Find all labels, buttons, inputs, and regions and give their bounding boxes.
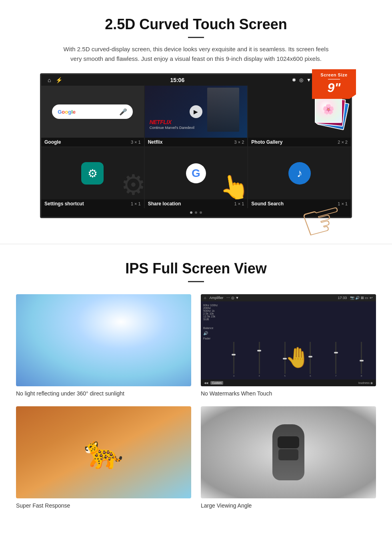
sound-app-name: Sound Search <box>251 201 284 207</box>
app-cell-google[interactable]: Google 🎤 Google 3 × 1 <box>41 86 144 147</box>
section1-title: 2.5D Curved Touch Screen <box>24 16 368 33</box>
sunlight-img <box>16 294 191 386</box>
sunlight-label: No light reflecting under 360° direct su… <box>16 390 191 397</box>
photo-label: Photo Gallery 2 × 2 <box>248 138 351 147</box>
status-left: ⌂ ⚡ <box>48 77 62 83</box>
share-label: Share location 1 × 1 <box>145 199 248 208</box>
amp-sliders: 3 4 <box>222 304 374 377</box>
netflix-cell-inner: ▶ NETFLIX Continue Marvel's Daredevil <box>145 86 248 138</box>
netflix-logo: NETFLIX <box>150 119 194 125</box>
photo-app-name: Photo Gallery <box>251 139 282 145</box>
share-app-size: 1 × 1 <box>234 201 244 206</box>
car-roof <box>278 449 298 460</box>
badge-size: 9" <box>316 81 352 94</box>
amp-balance-label: Balance <box>203 327 219 329</box>
google-app-size: 3 × 1 <box>131 140 141 145</box>
thumb-6 <box>360 360 364 361</box>
viewing-label: Large Viewing Angle <box>201 502 376 509</box>
amp-freq-label: 60hz 100hz 200hz 500hz 1k 2.5k 10k 12.5k… <box>203 304 219 321</box>
cheetah-img: 🐆 <box>16 406 191 498</box>
sound-cell-inner: ♪ <box>248 147 351 199</box>
app-cell-sound[interactable]: ♪ Sound Search 1 × 1 <box>248 147 351 208</box>
maps-g-icon: G <box>186 163 206 183</box>
app-cell-netflix[interactable]: ▶ NETFLIX Continue Marvel's Daredevil Ne… <box>145 86 248 147</box>
app-cell-share[interactable]: G 👆 Share location 1 × 1 <box>145 147 248 208</box>
status-time: 15:06 <box>170 77 184 83</box>
car-body <box>272 424 304 480</box>
netflix-bg <box>207 88 239 132</box>
amp-prev-icon: ◀◀ <box>204 381 208 385</box>
amp-title: ⌂ <box>204 296 206 300</box>
netflix-subtitle: Continue Marvel's Daredevil <box>150 126 194 130</box>
usb-icon: ⚡ <box>56 77 62 83</box>
settings-bg-icon: ⚙ <box>121 169 144 199</box>
thumb-2 <box>257 350 261 351</box>
status-bar: ⌂ ⚡ 15:06 ✱ ◎ ▼ 📷 🔊 ⊠ ▭ <box>41 74 351 86</box>
settings-icon: ⚙ <box>81 162 104 185</box>
screen-size-badge: Screen Size 9" <box>312 69 356 99</box>
amp-vol-icon: 🔊 <box>203 331 219 335</box>
sunlight-visual <box>16 294 191 386</box>
photo-stack: 🌸 <box>315 96 347 128</box>
feature-grid: No light reflecting under 360° direct su… <box>16 294 376 509</box>
wifi-icon: ▼ <box>306 77 311 83</box>
cheetah-visual: 🐆 <box>16 406 191 498</box>
section-ips: IPS Full Screen View No light reflecting… <box>0 252 392 525</box>
home-icon[interactable]: ⌂ <box>48 77 51 83</box>
feature-sunlight: No light reflecting under 360° direct su… <box>16 294 191 397</box>
google-search-bar[interactable]: Google 🎤 <box>52 104 133 119</box>
app-grid: Google 🎤 Google 3 × 1 <box>41 86 351 208</box>
track-5 <box>335 342 336 374</box>
dot-2 <box>195 211 197 214</box>
google-cell-inner: Google 🎤 <box>41 86 144 138</box>
screen-wrapper-outer: Screen Size 9" ⌂ ⚡ 15:06 ✱ ◎ ▼ 📷 <box>24 73 368 220</box>
car-top-shape <box>272 420 304 484</box>
feature-watermark: ⌂ Amplifier ⋯ ◎ ▼ 17:33 📷 🔊 ⊠ ▭ ↩ 60hz 1… <box>201 294 376 397</box>
sound-label: Sound Search 1 × 1 <box>248 199 351 208</box>
response-label: Super Fast Response <box>16 502 191 509</box>
dot-3 <box>200 211 202 214</box>
photo-app-size: 2 × 2 <box>338 140 348 145</box>
amp-slider-1: 3 <box>222 342 246 377</box>
share-app-name: Share location <box>148 201 181 207</box>
amp-loudness: loudness ◉ <box>358 381 373 385</box>
badge-label: Screen Size <box>316 72 352 77</box>
feature-viewing: Large Viewing Angle <box>201 406 376 509</box>
mic-icon[interactable]: 🎤 <box>119 108 127 116</box>
amplifier-visual: ⌂ Amplifier ⋯ ◎ ▼ 17:33 📷 🔊 ⊠ ▭ ↩ 60hz 1… <box>201 294 376 386</box>
amp-icons: ⋯ ◎ ▼ <box>226 296 239 300</box>
amplifier-img: ⌂ Amplifier ⋯ ◎ ▼ 17:33 📷 🔊 ⊠ ▭ ↩ 60hz 1… <box>201 294 376 386</box>
car-img <box>201 406 376 498</box>
dot-1 <box>190 211 192 214</box>
netflix-logo-area: NETFLIX Continue Marvel's Daredevil <box>150 119 194 130</box>
netflix-play-btn[interactable]: ▶ <box>190 105 202 118</box>
amp-name: Amplifier <box>209 296 223 300</box>
amp-labels: 60hz 100hz 200hz 500hz 1k 2.5k 10k 12.5k… <box>203 304 219 377</box>
title-divider-2 <box>188 281 204 282</box>
section-divider <box>0 244 392 244</box>
app-cell-settings[interactable]: ⚙ ⚙ Settings shortcut 1 × 1 <box>41 147 144 208</box>
amp-custom-btn[interactable]: Custom <box>210 381 223 385</box>
amp-header: ⌂ Amplifier ⋯ ◎ ▼ 17:33 📷 🔊 ⊠ ▭ ↩ <box>201 294 376 301</box>
screen-mockup: Screen Size 9" ⌂ ⚡ 15:06 ✱ ◎ ▼ 📷 <box>40 73 352 218</box>
netflix-label: Netflix 3 × 2 <box>145 138 248 147</box>
pagination-dots <box>41 208 351 217</box>
track-2 <box>259 342 260 374</box>
amp-slider-2: 4 <box>247 342 272 377</box>
sound-icon: ♪ <box>288 162 311 185</box>
badge-divider <box>328 79 340 80</box>
settings-cell-inner: ⚙ ⚙ <box>41 147 144 199</box>
amp-hand-icon: 🤚 <box>285 346 310 369</box>
section2-title: IPS Full Screen View <box>16 260 376 277</box>
sound-app-size: 1 × 1 <box>338 201 348 206</box>
android-screen: ⌂ ⚡ 15:06 ✱ ◎ ▼ 📷 🔊 ⊠ ▭ <box>40 73 352 218</box>
amp-slider-6: 8 <box>349 342 374 377</box>
track-1 <box>233 342 234 374</box>
settings-app-size: 1 × 1 <box>131 201 141 206</box>
track-6 <box>361 342 362 374</box>
thumb-1 <box>232 354 236 355</box>
amp-body: 60hz 100hz 200hz 500hz 1k 2.5k 10k 12.5k… <box>201 301 376 379</box>
title-divider-1 <box>188 37 204 38</box>
thumb-5 <box>334 352 338 353</box>
share-cell-inner: G 👆 <box>145 147 248 199</box>
